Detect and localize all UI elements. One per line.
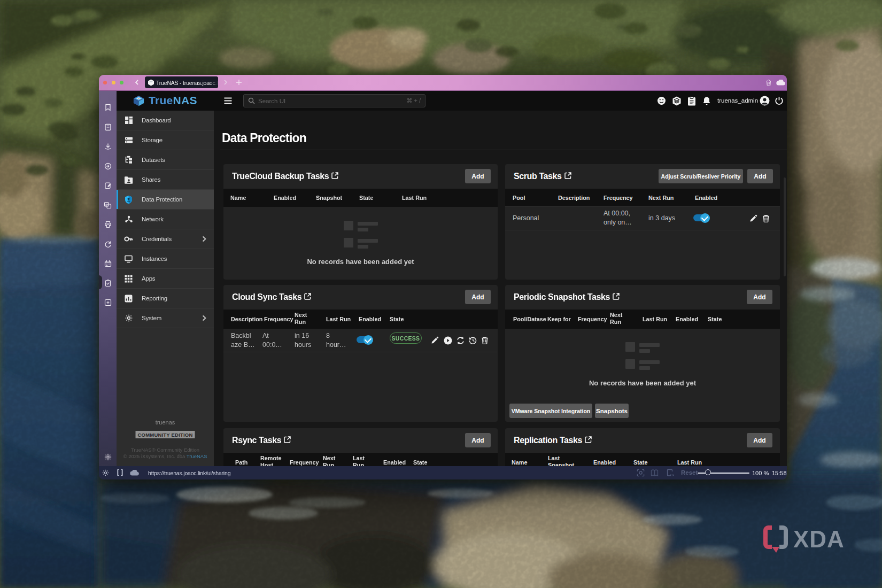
svg-text:XDA: XDA <box>793 526 845 552</box>
svg-text:A: A <box>105 203 107 206</box>
